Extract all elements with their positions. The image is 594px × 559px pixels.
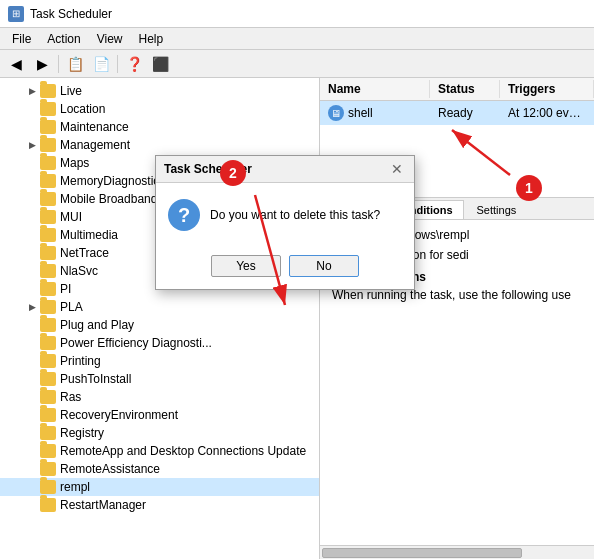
tree-arrow-icon: [24, 281, 40, 297]
tree-item-label: Registry: [60, 426, 104, 440]
extra-button[interactable]: ⬛: [148, 53, 172, 75]
title-bar: ⊞ Task Scheduler: [0, 0, 594, 28]
tree-item[interactable]: PushToInstall: [0, 370, 319, 388]
folder-icon: [40, 246, 56, 260]
tree-arrow-icon: [24, 371, 40, 387]
folder-icon: [40, 372, 56, 386]
folder-icon: [40, 498, 56, 512]
folder-icon: [40, 318, 56, 332]
dialog-titlebar: Task Scheduler ✕: [156, 156, 414, 183]
tree-arrow-icon: [24, 461, 40, 477]
tree-item[interactable]: Maintenance: [0, 118, 319, 136]
tree-scroll[interactable]: ▶Live Location Maintenance▶Management Ma…: [0, 78, 319, 559]
task-name-label: shell: [348, 106, 373, 120]
menu-help[interactable]: Help: [131, 30, 172, 48]
tree-item[interactable]: Printing: [0, 352, 319, 370]
menu-action[interactable]: Action: [39, 30, 88, 48]
tree-arrow-icon: [24, 191, 40, 207]
col-header-name: Name: [320, 80, 430, 98]
toolbar-separator-2: [117, 55, 118, 73]
folder-icon: [40, 390, 56, 404]
tree-item-label: RemoteApp and Desktop Connections Update: [60, 444, 306, 458]
tree-arrow-icon: [24, 119, 40, 135]
tree-arrow-icon: ▶: [24, 299, 40, 315]
tree-item[interactable]: ▶Live: [0, 82, 319, 100]
tree-arrow-icon: [24, 335, 40, 351]
folder-icon: [40, 426, 56, 440]
tree-item-label: Ras: [60, 390, 81, 404]
tree-arrow-icon: [24, 263, 40, 279]
tree-item-label: PI: [60, 282, 71, 296]
tree-arrow-icon: [24, 425, 40, 441]
tree-arrow-icon: [24, 353, 40, 369]
dialog-no-button[interactable]: No: [289, 255, 359, 277]
right-panel: Name Status Triggers 🖥 shell Ready At 12…: [320, 78, 594, 559]
folder-icon: [40, 354, 56, 368]
right-scrollbar[interactable]: [320, 545, 594, 559]
tree-item-label: Power Efficiency Diagnosti...: [60, 336, 212, 350]
tree-arrow-icon: [24, 227, 40, 243]
tree-item-label: rempl: [60, 480, 90, 494]
menu-bar: File Action View Help: [0, 28, 594, 50]
app-icon: ⊞: [8, 6, 24, 22]
tree-item-label: PushToInstall: [60, 372, 131, 386]
tree-arrow-icon: [24, 209, 40, 225]
task-icon: 🖥: [328, 105, 344, 121]
task-row[interactable]: 🖥 shell Ready At 12:00 every day - A: [320, 101, 594, 125]
tree-item[interactable]: Location: [0, 100, 319, 118]
dialog-body: ? Do you want to delete this task?: [156, 183, 414, 247]
tree-item-label: RestartManager: [60, 498, 146, 512]
tree-item-label: NlaSvc: [60, 264, 98, 278]
tree-arrow-icon: ▶: [24, 137, 40, 153]
folder-icon: [40, 480, 56, 494]
tab-settings[interactable]: Settings: [466, 200, 528, 219]
dialog-buttons: Yes No: [156, 247, 414, 289]
tree-item-label: MemoryDiagnostic: [60, 174, 159, 188]
tree-item[interactable]: RemoteAssistance: [0, 460, 319, 478]
tree-item[interactable]: RemoteApp and Desktop Connections Update: [0, 442, 319, 460]
folder-icon: [40, 300, 56, 314]
tree-item-label: Printing: [60, 354, 101, 368]
help-button[interactable]: ❓: [122, 53, 146, 75]
folder-icon: [40, 336, 56, 350]
toolbar: ◀ ▶ 📋 📄 ❓ ⬛: [0, 50, 594, 78]
menu-view[interactable]: View: [89, 30, 131, 48]
tree-arrow-icon: [24, 443, 40, 459]
folder-icon: [40, 174, 56, 188]
forward-button[interactable]: ▶: [30, 53, 54, 75]
dialog-yes-button[interactable]: Yes: [211, 255, 281, 277]
folder-icon: [40, 84, 56, 98]
folder-icon: [40, 120, 56, 134]
menu-file[interactable]: File: [4, 30, 39, 48]
security-text: When running the task, use the following…: [332, 288, 582, 302]
tree-item[interactable]: Power Efficiency Diagnosti...: [0, 334, 319, 352]
tree-arrow-icon: [24, 407, 40, 423]
tree-item[interactable]: rempl: [0, 478, 319, 496]
console-tree-button[interactable]: 📋: [63, 53, 87, 75]
tree-item[interactable]: Registry: [0, 424, 319, 442]
tree-item-label: RecoveryEnvironment: [60, 408, 178, 422]
tree-item[interactable]: RecoveryEnvironment: [0, 406, 319, 424]
tree-item[interactable]: Ras: [0, 388, 319, 406]
tree-item[interactable]: ▶Management: [0, 136, 319, 154]
tree-arrow-icon: ▶: [24, 83, 40, 99]
folder-icon: [40, 282, 56, 296]
folder-icon: [40, 444, 56, 458]
tree-arrow-icon: [24, 173, 40, 189]
dialog-question-icon: ?: [168, 199, 200, 231]
dialog-close-button[interactable]: ✕: [388, 160, 406, 178]
right-scrollbar-thumb[interactable]: [322, 548, 522, 558]
tree-arrow-icon: [24, 155, 40, 171]
task-scheduler-dialog: Task Scheduler ✕ ? Do you want to delete…: [155, 155, 415, 290]
tree-arrow-icon: [24, 245, 40, 261]
folder-icon: [40, 138, 56, 152]
tree-item[interactable]: RestartManager: [0, 496, 319, 514]
back-button[interactable]: ◀: [4, 53, 28, 75]
tree-item-label: Maintenance: [60, 120, 129, 134]
tree-item-label: Plug and Play: [60, 318, 134, 332]
tree-item[interactable]: ▶PLA: [0, 298, 319, 316]
folder-icon: [40, 156, 56, 170]
properties-button[interactable]: 📄: [89, 53, 113, 75]
tree-item-label: Live: [60, 84, 82, 98]
tree-item[interactable]: Plug and Play: [0, 316, 319, 334]
